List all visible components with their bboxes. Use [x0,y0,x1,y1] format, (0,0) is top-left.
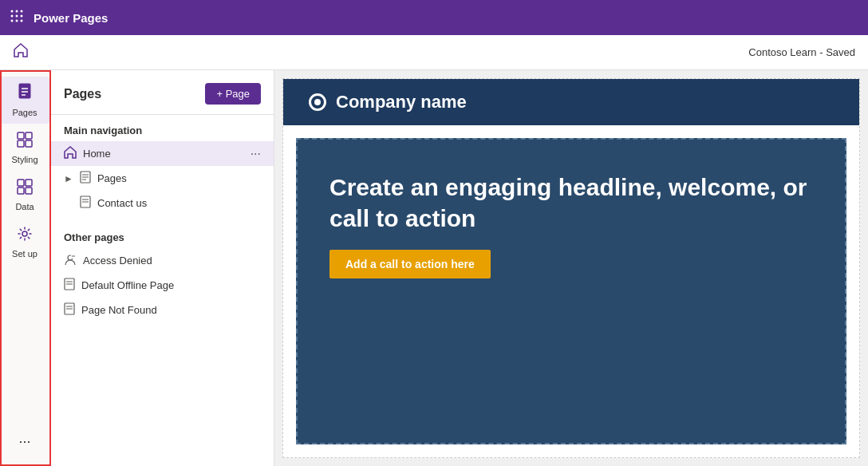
svg-rect-17 [26,140,32,147]
svg-rect-18 [18,180,24,186]
preview-site-header: Company name [283,79,859,125]
nav-item-not-found[interactable]: Page Not Found [51,298,274,322]
pages-panel-title: Pages [64,87,101,101]
svg-rect-21 [26,188,32,194]
nav-item-pages[interactable]: ► Pages [51,166,274,191]
home-icon[interactable] [13,42,29,62]
data-label: Data [15,202,34,211]
pages-icon [17,83,33,105]
pages-label: Pages [12,108,37,117]
home-nav-label: Home [83,148,244,160]
styling-icon [17,132,33,152]
contact-nav-icon [80,195,91,211]
preview-logo-dot [314,99,321,105]
data-icon [17,179,33,199]
offline-nav-icon [64,278,75,293]
setup-icon [17,226,33,246]
other-pages-section: Other pages Access Denied [51,222,274,322]
top-bar: Power Pages [0,0,868,35]
nav-item-home[interactable]: Home ··· [51,141,274,166]
svg-point-8 [21,19,23,22]
save-status: Contoso Learn - Saved [748,46,855,58]
pages-panel: Pages + Page Main navigation Home ··· ► [51,70,274,466]
setup-label: Set up [12,249,37,259]
preview-logo-circle [309,93,326,111]
svg-rect-20 [18,188,24,194]
website-preview: Company name Create an engaging headline… [282,78,860,458]
nav-item-contact[interactable]: Contact us [51,191,274,215]
access-denied-label: Access Denied [83,255,261,267]
home-more-btn[interactable]: ··· [251,147,261,161]
nav-item-offline[interactable]: Default Offline Page [51,273,274,298]
grid-icon[interactable] [10,9,24,27]
offline-nav-label: Default Offline Page [81,279,261,291]
chevron-icon: ► [64,173,73,184]
svg-rect-19 [26,180,32,186]
contact-nav-label: Contact us [97,197,261,209]
svg-point-1 [16,10,18,12]
svg-point-0 [11,10,14,12]
icon-sidebar: Pages Styling Da [0,70,51,466]
not-found-nav-icon [64,302,75,318]
pages-nav-label: Pages [97,172,261,184]
nav-item-access-denied[interactable]: Access Denied [51,248,274,273]
svg-rect-9 [19,84,30,98]
svg-point-7 [16,19,18,22]
main-nav-header: Main navigation [51,115,274,141]
svg-rect-16 [18,140,24,147]
svg-rect-14 [18,132,24,139]
svg-point-5 [21,14,23,17]
svg-point-4 [16,14,18,17]
other-pages-header: Other pages [51,222,274,248]
preview-company-name: Company name [336,92,467,113]
not-found-nav-label: Page Not Found [81,304,261,316]
pages-header: Pages + Page [51,70,274,115]
hero-cta-button[interactable]: Add a call to action here [329,250,491,278]
more-button[interactable]: ··· [12,427,37,456]
hero-headline: Create an engaging headline, welcome, or… [329,172,813,234]
pages-nav-icon [80,171,91,186]
svg-rect-15 [26,132,32,139]
svg-point-22 [22,231,27,236]
access-denied-icon [64,253,77,268]
svg-point-6 [11,19,14,22]
app-title: Power Pages [34,11,108,25]
preview-hero: Create an engaging headline, welcome, or… [296,138,846,444]
second-bar: Contoso Learn - Saved [0,35,868,70]
svg-point-2 [21,10,23,12]
add-page-button[interactable]: + Page [205,83,261,105]
svg-point-3 [11,14,14,17]
sidebar-item-setup[interactable]: Set up [0,219,49,265]
sidebar-item-styling[interactable]: Styling [0,125,49,171]
styling-label: Styling [11,155,37,164]
main-layout: Pages Styling Da [0,70,868,466]
sidebar-item-data[interactable]: Data [0,172,49,218]
sidebar-item-pages[interactable]: Pages [0,77,49,124]
home-nav-icon [64,146,77,161]
preview-area: Company name Create an engaging headline… [274,70,868,466]
